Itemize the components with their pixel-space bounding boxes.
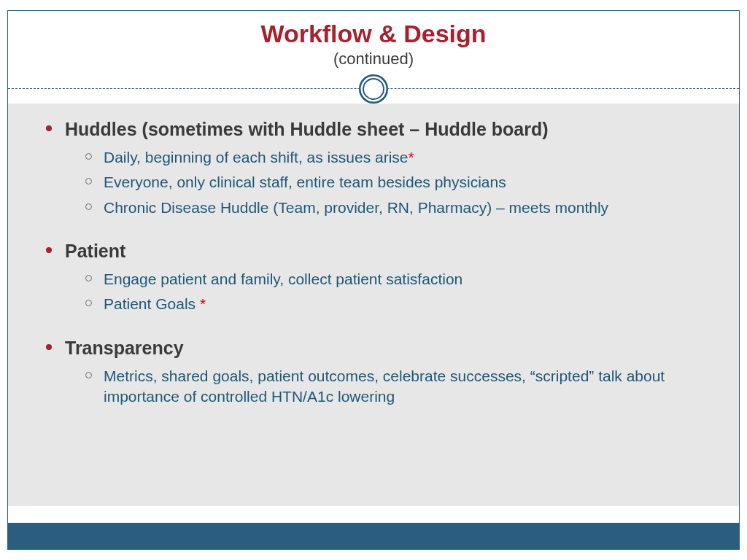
bullet-disc-icon (46, 344, 52, 350)
list-item: Daily, beginning of each shift, as issue… (85, 147, 710, 168)
slide-title: Workflow & Design (8, 20, 739, 48)
section-title: Huddles (sometimes with Huddle sheet – H… (65, 118, 549, 140)
section: Transparency Metrics, shared goals, pati… (46, 337, 710, 408)
bullet-circle-icon (85, 153, 92, 160)
item-text: Chronic Disease Huddle (Team, provider, … (104, 198, 608, 218)
divider (8, 74, 739, 104)
bullet-circle-icon (85, 203, 92, 210)
list-item: Patient Goals * (85, 294, 710, 314)
item-text: Engage patient and family, collect patie… (104, 269, 462, 289)
slide-frame: Workflow & Design (continued) Huddles (s… (7, 10, 740, 550)
list-item: Everyone, only clinical staff, entire te… (85, 172, 710, 192)
list-item: Chronic Disease Huddle (Team, provider, … (85, 198, 710, 218)
bullet-circle-icon (85, 178, 92, 184)
sub-list: Daily, beginning of each shift, as issue… (85, 147, 710, 218)
bullet-circle-icon (85, 300, 92, 306)
item-text: Everyone, only clinical staff, entire te… (104, 172, 506, 192)
bullet-disc-icon (46, 247, 52, 253)
section-header: Transparency (46, 337, 710, 359)
asterisk-icon: * (200, 295, 206, 312)
header: Workflow & Design (continued) (8, 11, 739, 74)
slide-subtitle: (continued) (8, 50, 739, 69)
section-header: Huddles (sometimes with Huddle sheet – H… (46, 118, 710, 140)
item-text: Metrics, shared goals, patient outcomes,… (104, 366, 710, 408)
section: Patient Engage patient and family, colle… (46, 240, 710, 315)
list-item: Engage patient and family, collect patie… (85, 269, 710, 289)
section: Huddles (sometimes with Huddle sheet – H… (46, 118, 710, 218)
asterisk-icon: * (409, 149, 414, 166)
list-item: Metrics, shared goals, patient outcomes,… (85, 366, 710, 408)
content-area: Huddles (sometimes with Huddle sheet – H… (8, 104, 739, 506)
footer-bar (8, 523, 739, 549)
item-text: Patient Goals * (104, 294, 206, 314)
section-title: Transparency (65, 337, 184, 359)
item-text: Daily, beginning of each shift, as issue… (104, 147, 414, 168)
bullet-circle-icon (85, 275, 92, 281)
section-header: Patient (46, 240, 710, 262)
section-title: Patient (65, 240, 125, 262)
bullet-circle-icon (85, 372, 92, 378)
ring-icon (359, 74, 388, 104)
bullet-disc-icon (46, 125, 52, 131)
sub-list: Metrics, shared goals, patient outcomes,… (85, 366, 710, 408)
sub-list: Engage patient and family, collect patie… (85, 269, 710, 315)
